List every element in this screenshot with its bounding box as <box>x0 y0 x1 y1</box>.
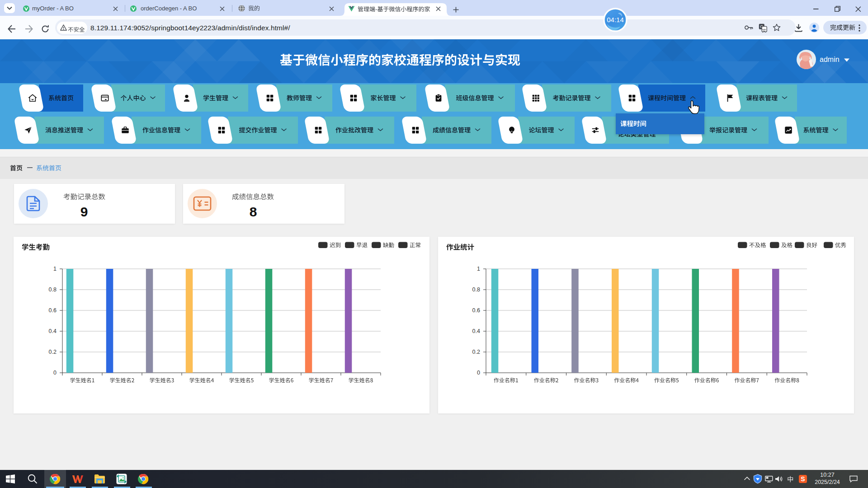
svg-text:S: S <box>801 475 805 483</box>
svg-text:0.6: 0.6 <box>49 307 57 314</box>
svg-text:0.2: 0.2 <box>472 349 480 355</box>
svg-text:0.8: 0.8 <box>472 286 480 293</box>
svg-text:0.8: 0.8 <box>49 286 57 293</box>
svg-text:04:14: 04:14 <box>607 16 624 23</box>
svg-text:1: 1 <box>53 266 57 272</box>
svg-text:0.4: 0.4 <box>49 328 57 334</box>
svg-text:0: 0 <box>53 370 57 376</box>
svg-text:0.6: 0.6 <box>472 307 480 314</box>
svg-text:0.4: 0.4 <box>472 328 480 334</box>
svg-text:0.2: 0.2 <box>49 349 57 355</box>
svg-text:1: 1 <box>477 266 480 272</box>
svg-text:0: 0 <box>477 370 480 376</box>
